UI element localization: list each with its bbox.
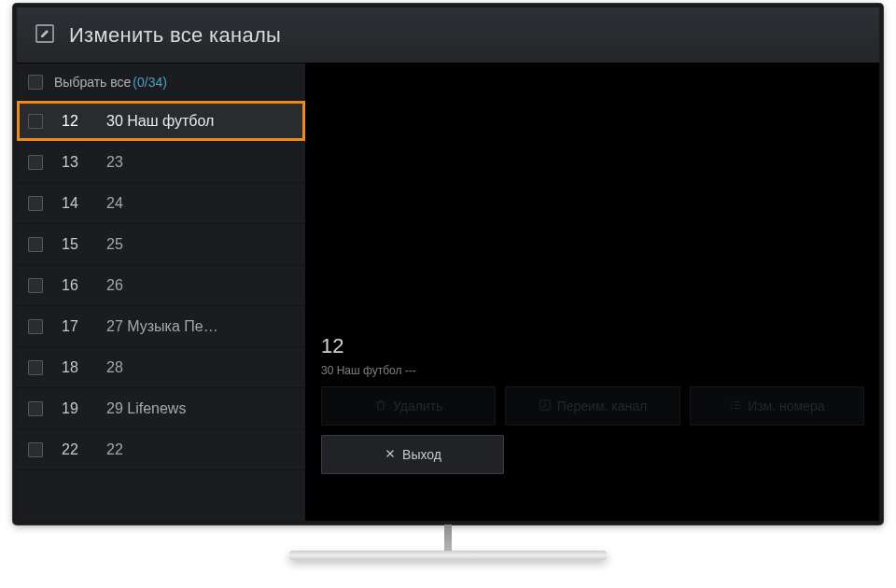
select-all-count: (0/34) xyxy=(133,75,167,90)
channel-checkbox[interactable] xyxy=(28,155,43,170)
channel-number: 18 xyxy=(62,359,106,376)
header-bar: Изменить все каналы xyxy=(17,7,879,63)
channel-checkbox[interactable] xyxy=(28,278,43,293)
channel-checkbox[interactable] xyxy=(28,360,43,375)
list-icon xyxy=(729,399,742,414)
channel-row[interactable]: 1230 Наш футбол xyxy=(17,101,305,142)
channel-number: 19 xyxy=(62,400,106,417)
select-all-checkbox[interactable] xyxy=(28,75,43,90)
channel-checkbox[interactable] xyxy=(28,401,43,416)
channel-name: 25 xyxy=(106,236,294,253)
trash-icon xyxy=(374,399,387,414)
channel-number: 14 xyxy=(62,195,106,212)
channel-checkbox[interactable] xyxy=(28,114,43,129)
preview-channel-info: 30 Наш футбол --- xyxy=(321,364,416,377)
channel-number: 13 xyxy=(62,154,106,171)
renumber-label: Изм. номера xyxy=(748,399,824,413)
svg-rect-1 xyxy=(539,399,550,410)
channel-sidebar: Выбрать все (0/34) 1230 Наш футбол132314… xyxy=(17,63,306,521)
action-button-bar: Удалить Переим. канал xyxy=(321,386,864,426)
channel-checkbox[interactable] xyxy=(28,319,43,334)
tv-screen: Изменить все каналы Выбрать все (0/34) 1… xyxy=(13,4,883,525)
rename-label: Переим. канал xyxy=(557,399,648,413)
edit-icon xyxy=(34,22,69,49)
renumber-button[interactable]: Изм. номера xyxy=(690,386,864,426)
channel-checkbox[interactable] xyxy=(28,442,43,457)
channel-row[interactable]: 1525 xyxy=(17,224,305,265)
pencil-icon xyxy=(539,399,552,414)
exit-row: Выход xyxy=(321,435,864,474)
channel-row[interactable]: 1929 Lifenews xyxy=(17,388,305,429)
channel-row[interactable]: 1727 Музыка Пе… xyxy=(17,306,305,347)
channel-number: 12 xyxy=(62,113,106,130)
channel-row[interactable]: 1828 xyxy=(17,347,305,388)
channel-name: 29 Lifenews xyxy=(106,400,294,417)
channel-row[interactable]: 1424 xyxy=(17,183,305,224)
channel-row[interactable]: 1323 xyxy=(17,142,305,183)
channel-name: 22 xyxy=(106,441,294,458)
delete-button[interactable]: Удалить xyxy=(321,386,496,426)
channel-number: 15 xyxy=(62,236,106,253)
exit-label: Выход xyxy=(402,447,441,462)
page-title: Изменить все каналы xyxy=(69,23,281,48)
select-all-row[interactable]: Выбрать все (0/34) xyxy=(17,63,305,101)
tv-stand xyxy=(444,525,452,553)
select-all-label: Выбрать все xyxy=(54,75,131,90)
channel-row[interactable]: 2222 xyxy=(17,429,305,470)
rename-button[interactable]: Переим. канал xyxy=(505,386,679,426)
delete-label: Удалить xyxy=(393,399,442,413)
preview-channel-number: 12 xyxy=(321,334,343,358)
channel-name: 26 xyxy=(106,277,294,294)
channel-number: 16 xyxy=(62,277,106,294)
channel-list[interactable]: 1230 Наш футбол13231424152516261727 Музы… xyxy=(17,101,305,521)
main-body: Выбрать все (0/34) 1230 Наш футбол132314… xyxy=(17,63,879,521)
channel-name: 28 xyxy=(106,359,294,376)
channel-name: 30 Наш футбол xyxy=(106,113,294,130)
channel-name: 27 Музыка Пе… xyxy=(106,318,294,335)
channel-row[interactable]: 1626 xyxy=(17,265,305,306)
channel-checkbox[interactable] xyxy=(28,237,43,252)
channel-name: 24 xyxy=(106,195,294,212)
channel-number: 22 xyxy=(62,441,106,458)
channel-name: 23 xyxy=(106,154,294,171)
close-icon xyxy=(384,447,397,463)
exit-button[interactable]: Выход xyxy=(321,435,504,474)
tv-base xyxy=(289,551,607,560)
preview-pane: 12 30 Наш футбол --- Удалить xyxy=(306,63,879,521)
channel-number: 17 xyxy=(62,318,106,335)
channel-checkbox[interactable] xyxy=(28,196,43,211)
